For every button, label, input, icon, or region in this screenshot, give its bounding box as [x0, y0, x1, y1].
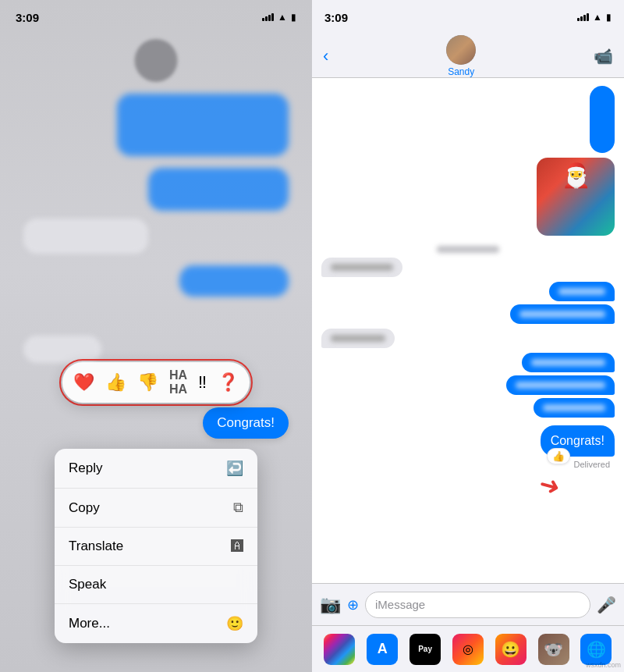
- bar4-r: [587, 13, 589, 21]
- signal-bars-right: [577, 13, 589, 21]
- wifi-icon-right: ▲: [593, 12, 602, 23]
- message-row-out-3: [321, 353, 615, 372]
- image-bubble: 🎅: [537, 158, 615, 236]
- nav-bar: ‹ Sandy 📹: [312, 34, 624, 78]
- menu-item-copy[interactable]: Copy ⧉: [55, 489, 257, 528]
- thumbs-up-reaction: 👍: [547, 448, 570, 464]
- contact-avatar: [446, 35, 476, 65]
- menu-item-translate[interactable]: Translate 🅰: [55, 528, 257, 566]
- contact-name: Sandy: [448, 66, 474, 77]
- dock-appstore[interactable]: A: [367, 634, 398, 665]
- status-bar-right: 3:09 ▲ ▮: [312, 0, 624, 34]
- outgoing-small-2: [510, 304, 615, 324]
- dock-record[interactable]: ◎: [452, 634, 484, 665]
- audio-button[interactable]: 🎤: [597, 596, 616, 614]
- app-dock: A Pay ◎ 😀 🐨 🌐: [312, 625, 624, 672]
- dock-applepay[interactable]: Pay: [410, 634, 441, 665]
- wifi-icon: ▲: [278, 12, 287, 23]
- outgoing-small-4: [506, 375, 615, 395]
- blur-line-out-3: [531, 359, 605, 366]
- bar4: [271, 13, 274, 21]
- context-menu: Reply ↩️ Copy ⧉ Translate 🅰 Speak More..…: [55, 449, 257, 643]
- more-icon: 🙂: [226, 615, 243, 632]
- reaction-bar[interactable]: ❤️ 👍 👎 HAHA ‼️ ❓: [62, 362, 250, 403]
- input-placeholder: iMessage: [375, 598, 425, 611]
- time-right: 3:09: [324, 11, 348, 24]
- blur-line-inc: [331, 264, 393, 271]
- bar2: [265, 16, 268, 21]
- blur-incoming-bubble: [23, 219, 148, 254]
- dock-globe[interactable]: 🌐: [580, 634, 612, 665]
- menu-item-more[interactable]: More... 🙂: [55, 604, 257, 643]
- congrats-bubble-left: Congrats!: [203, 407, 289, 439]
- reaction-heart[interactable]: ❤️: [73, 372, 94, 393]
- status-bar-left: 3:09 ▲ ▮: [0, 0, 312, 34]
- timestamp: [321, 245, 615, 254]
- message-row-incoming-2: [321, 329, 615, 348]
- translate-icon: 🅰: [231, 539, 243, 553]
- watermark: wsxdn.com: [586, 661, 621, 669]
- camera-button[interactable]: 📷: [320, 595, 341, 615]
- menu-label-translate: Translate: [69, 539, 123, 554]
- menu-label-copy: Copy: [69, 500, 100, 516]
- blur-line-out-4: [516, 382, 605, 389]
- blur-avatar: [135, 39, 178, 82]
- menu-label-more: More...: [69, 616, 110, 631]
- outgoing-bubble-1: [590, 86, 615, 153]
- congrats-wrapper: Delivered Congrats! 👍: [541, 425, 615, 457]
- menu-label-reply: Reply: [69, 460, 102, 476]
- reaction-exclamation[interactable]: ‼️: [198, 372, 207, 393]
- input-bar: 📷 ⊕ iMessage 🎤: [312, 583, 624, 625]
- contact-header[interactable]: Sandy: [446, 35, 476, 77]
- reaction-question[interactable]: ❓: [218, 372, 239, 393]
- status-icons-right: ▲ ▮: [577, 12, 612, 23]
- menu-item-reply[interactable]: Reply ↩️: [55, 449, 257, 489]
- messages-area[interactable]: 🎅: [312, 78, 624, 583]
- reaction-thumbs-down[interactable]: 👎: [137, 372, 158, 393]
- santa-emoji: 🎅: [562, 162, 590, 189]
- battery-icon-right: ▮: [606, 12, 612, 23]
- message-row-incoming-1: [321, 258, 615, 277]
- signal-bars: [262, 13, 274, 21]
- message-row-1: [321, 86, 615, 153]
- message-row-out-2: [321, 304, 615, 324]
- dock-memoji[interactable]: 😀: [495, 634, 526, 665]
- reaction-thumbs-up[interactable]: 👍: [105, 372, 126, 393]
- dock-photos[interactable]: [324, 634, 355, 665]
- right-panel: 3:09 ▲ ▮ ‹ Sandy 📹: [312, 0, 624, 672]
- arrow-wrapper: ➜: [321, 471, 615, 500]
- battery-icon: ▮: [291, 12, 296, 23]
- back-button[interactable]: ‹: [323, 46, 328, 66]
- blur-line-out-5: [543, 404, 605, 411]
- reply-icon: ↩️: [226, 460, 243, 477]
- incoming-bubble-2: [321, 329, 395, 348]
- message-row-out-small: [321, 282, 615, 301]
- app-button[interactable]: ⊕: [347, 596, 359, 613]
- bar3-r: [583, 15, 586, 21]
- time-left: 3:09: [16, 11, 39, 24]
- bar2-r: [580, 16, 583, 21]
- message-row-out-5: [321, 398, 615, 418]
- blur-bubble-1: [117, 94, 289, 156]
- reaction-haha[interactable]: HAHA: [169, 368, 187, 396]
- dock-animoji[interactable]: 🐨: [538, 634, 569, 665]
- incoming-bubble-1: [321, 258, 402, 277]
- left-panel: 3:09 ▲ ▮ ❤️ 👍 👎 HAHA ‼️ ❓ Cong: [0, 0, 312, 672]
- reaction-bar-outline: ❤️ 👍 👎 HAHA ‼️ ❓: [59, 359, 253, 406]
- status-icons-left: ▲ ▮: [262, 12, 296, 23]
- blur-line-out: [558, 288, 605, 295]
- outgoing-small-5: [534, 398, 615, 418]
- message-row-image: 🎅: [321, 158, 615, 239]
- copy-icon: ⧉: [233, 500, 243, 516]
- video-call-button[interactable]: 📹: [594, 47, 613, 66]
- blur-line-inc-2: [331, 335, 385, 342]
- outgoing-small-3: [522, 353, 615, 372]
- message-row-congrats: Delivered Congrats! 👍: [321, 425, 615, 457]
- menu-label-speak: Speak: [69, 577, 106, 592]
- blurred-timestamp: [437, 246, 499, 253]
- menu-item-speak[interactable]: Speak: [55, 566, 257, 604]
- blur-bubble-2: [148, 168, 289, 211]
- outgoing-small-1: [549, 282, 615, 301]
- bar1-r: [577, 18, 580, 21]
- message-input[interactable]: iMessage: [365, 592, 590, 618]
